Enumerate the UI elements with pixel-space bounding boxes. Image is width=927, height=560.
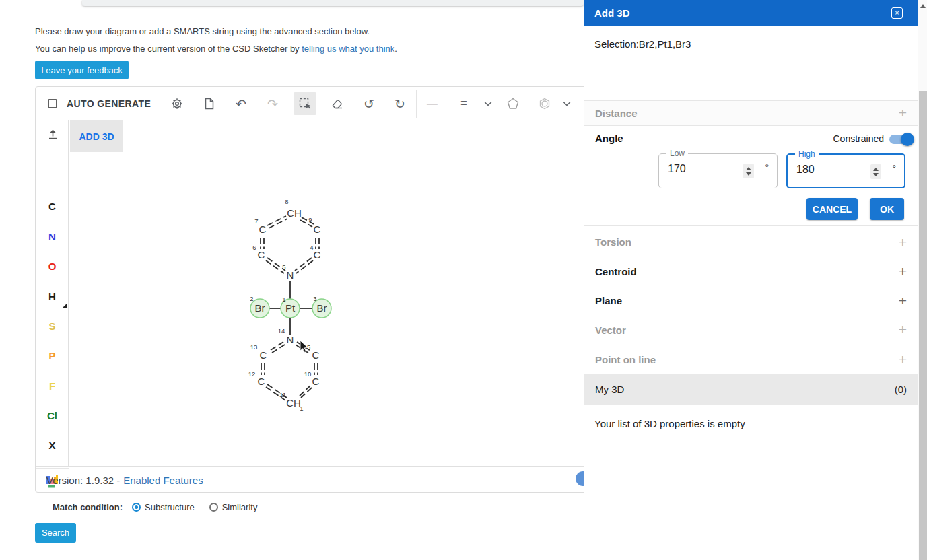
ring-benzene-icon[interactable] bbox=[537, 96, 553, 112]
section-point-on-line: Point on line + bbox=[584, 345, 918, 374]
atom-number: 10 bbox=[304, 370, 312, 378]
single-bond-glyph: — bbox=[427, 98, 438, 109]
angle-high-input[interactable] bbox=[796, 164, 857, 176]
palette-element-H[interactable]: H bbox=[36, 291, 69, 302]
sketch-canvas[interactable]: CH C C C C N Br Pt Br N C C C C CH 8 7 9 bbox=[69, 120, 594, 466]
palette-element-Cl[interactable]: Cl bbox=[36, 410, 69, 421]
intro-line-1: Please draw your diagram or add a SMARTS… bbox=[35, 26, 370, 36]
atom-a5[interactable]: N bbox=[287, 269, 294, 281]
atom-number: 6 bbox=[252, 244, 256, 251]
auto-generate-label: AUTO GENERATE bbox=[67, 98, 151, 109]
scroll-up-icon[interactable] bbox=[920, 4, 926, 8]
spinner-down-icon[interactable] bbox=[746, 172, 751, 176]
centroid-label: Centroid bbox=[595, 266, 637, 277]
scrolled-panel-edge bbox=[82, 0, 584, 6]
rotate-ccw-glyph: ↺ bbox=[364, 98, 374, 110]
angle-low-input[interactable] bbox=[668, 163, 728, 175]
marquee-select-icon[interactable] bbox=[297, 96, 313, 112]
eraser-icon[interactable] bbox=[329, 96, 345, 112]
constrained-toggle[interactable] bbox=[889, 135, 912, 144]
bond-menu-chevron-icon[interactable] bbox=[480, 96, 496, 112]
empty-list-message: Your list of 3D properties is empty bbox=[594, 418, 745, 429]
scrollbar-thumb[interactable] bbox=[919, 91, 927, 560]
palette-element-N[interactable]: N bbox=[36, 231, 69, 242]
low-spinner[interactable] bbox=[743, 164, 754, 178]
ok-button[interactable]: OK bbox=[870, 198, 904, 220]
new-document-icon[interactable] bbox=[201, 96, 217, 112]
double-bond-icon[interactable]: = bbox=[456, 96, 472, 112]
add-centroid-icon[interactable]: + bbox=[899, 263, 907, 279]
h-options-triangle-icon[interactable] bbox=[62, 304, 67, 308]
settings-gear-icon[interactable] bbox=[169, 96, 185, 112]
undo-glyph: ↶ bbox=[236, 98, 246, 110]
atom-number: 13 bbox=[250, 343, 258, 351]
similarity-label[interactable]: Similarity bbox=[222, 502, 258, 512]
atom-a8[interactable]: CH bbox=[287, 207, 302, 219]
atom-a7[interactable]: C bbox=[259, 223, 267, 235]
page-scrollbar[interactable] bbox=[918, 0, 927, 560]
atom-a12[interactable]: C bbox=[258, 376, 265, 387]
substructure-label[interactable]: Substructure bbox=[145, 502, 195, 512]
palette-element-O[interactable]: O bbox=[36, 260, 69, 272]
enabled-features-link[interactable]: Enabled Features bbox=[123, 475, 203, 486]
palette-element-S[interactable]: S bbox=[36, 320, 69, 332]
selection-summary: Selection:Br2,Pt1,Br3 bbox=[594, 38, 691, 50]
torsion-label: Torsion bbox=[595, 236, 631, 248]
atom-a1[interactable]: Pt bbox=[285, 302, 296, 314]
leave-feedback-button[interactable]: Leave your feedback bbox=[35, 61, 129, 79]
add-point-on-line-icon[interactable]: + bbox=[899, 351, 907, 368]
atom-a14[interactable]: N bbox=[287, 334, 294, 345]
atom-a3[interactable]: Br bbox=[317, 302, 327, 314]
spinner-up-icon[interactable] bbox=[873, 168, 879, 171]
atom-a13[interactable]: C bbox=[260, 349, 267, 361]
feedback-link[interactable]: telling us what you think bbox=[302, 44, 394, 54]
sketcher-toolbar: AUTO GENERATE ↶ ↷ bbox=[36, 87, 593, 120]
csd-sketcher-screen: Please draw your diagram or add a SMARTS… bbox=[0, 0, 927, 560]
ring-menu-chevron-icon[interactable] bbox=[559, 96, 575, 112]
add-torsion-icon[interactable]: + bbox=[899, 234, 907, 250]
atom-a10[interactable]: C bbox=[312, 376, 320, 387]
atom-a11[interactable]: CH bbox=[286, 397, 301, 409]
single-bond-icon[interactable]: — bbox=[424, 96, 440, 112]
spinner-up-icon[interactable] bbox=[746, 167, 751, 170]
add-distance-icon[interactable]: + bbox=[899, 105, 907, 121]
palette-element-X[interactable]: X bbox=[36, 440, 69, 451]
atom-number: 11 bbox=[279, 391, 286, 398]
angle-label: Angle bbox=[595, 133, 623, 144]
intro-line-2-text: You can help us improve the current vers… bbox=[35, 44, 300, 54]
atom-a4[interactable]: C bbox=[314, 249, 321, 260]
palette-element-P[interactable]: P bbox=[36, 350, 69, 361]
angle-high-field: High ° bbox=[786, 153, 905, 188]
atom-number: 3 bbox=[313, 295, 316, 302]
redo-icon[interactable]: ↷ bbox=[265, 96, 281, 112]
palette-element-F[interactable]: F bbox=[36, 380, 69, 392]
rotate-cw-icon[interactable]: ↻ bbox=[392, 96, 408, 112]
section-my-3d[interactable]: My 3D (0) bbox=[584, 374, 918, 405]
atom-number: 4 bbox=[310, 244, 313, 251]
add-vector-icon[interactable]: + bbox=[899, 322, 907, 338]
ring-pentagon-icon[interactable] bbox=[505, 96, 521, 112]
atom-number: 14 bbox=[278, 327, 285, 335]
undo-icon[interactable]: ↶ bbox=[233, 96, 249, 112]
angle-buttons: CANCEL OK bbox=[806, 198, 904, 220]
auto-generate-checkbox[interactable] bbox=[48, 99, 57, 108]
palette-element-C[interactable]: C bbox=[36, 201, 69, 212]
element-palette: C N O H S P F Cl X bbox=[36, 120, 69, 466]
search-button[interactable]: Search bbox=[35, 523, 76, 542]
atom-a2[interactable]: Br bbox=[255, 302, 265, 314]
close-icon[interactable]: × bbox=[891, 7, 903, 19]
similarity-radio[interactable] bbox=[209, 503, 218, 512]
spinner-down-icon[interactable] bbox=[873, 173, 879, 176]
add-plane-icon[interactable]: + bbox=[899, 293, 907, 309]
atom-a6[interactable]: C bbox=[258, 249, 265, 260]
cancel-button[interactable]: CANCEL bbox=[806, 198, 858, 220]
atom-a15[interactable]: C bbox=[312, 349, 320, 361]
rotate-ccw-icon[interactable]: ↺ bbox=[361, 96, 377, 112]
degree-unit: ° bbox=[765, 162, 769, 173]
version-row: Version: 1.9.32 - Enabled Features bbox=[36, 466, 593, 493]
angle-high-label: High bbox=[795, 149, 819, 159]
atom-a9[interactable]: C bbox=[314, 223, 321, 235]
substructure-radio[interactable] bbox=[132, 503, 141, 512]
match-condition-label: Match condition: bbox=[53, 502, 123, 512]
high-spinner[interactable] bbox=[870, 164, 881, 179]
